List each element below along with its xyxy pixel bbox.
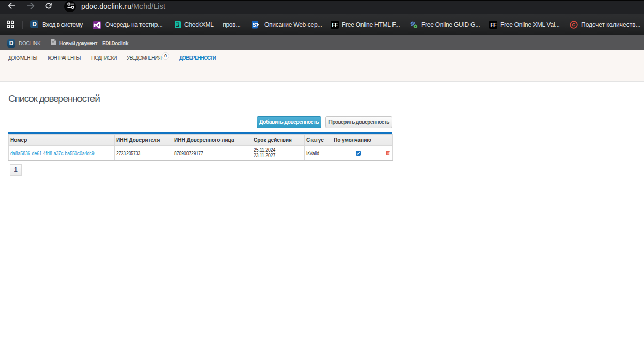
svg-text:S: S xyxy=(253,22,256,28)
